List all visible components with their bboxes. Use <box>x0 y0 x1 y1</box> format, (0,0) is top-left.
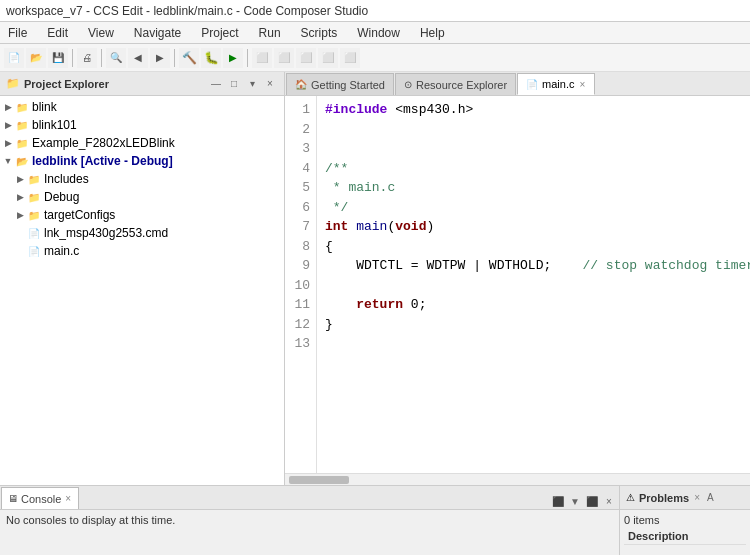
tree-item-debug[interactable]: ▶ 📁 Debug <box>0 188 284 206</box>
tree-item-targetconfigs[interactable]: ▶ 📁 targetConfigs <box>0 206 284 224</box>
arrow-ledblink: ▼ <box>2 156 14 166</box>
toolbar-extra5[interactable]: ⬜ <box>340 48 360 68</box>
console-actions: ⬛ ▼ ⬛ × <box>550 493 617 509</box>
toolbar-search[interactable]: 🔍 <box>106 48 126 68</box>
arrow-includes: ▶ <box>14 174 26 184</box>
console-close[interactable]: × <box>601 493 617 509</box>
menu-scripts[interactable]: Scripts <box>297 25 342 41</box>
editor-panel: 🏠 Getting Started ⊙ Resource Explorer 📄 … <box>285 72 750 485</box>
arrow-blink: ▶ <box>2 102 14 112</box>
toolbar-new[interactable]: 📄 <box>4 48 24 68</box>
problems-header: ⚠ Problems × A <box>620 486 750 510</box>
line-numbers: 1 2 3 4 5 6 7 8 9 10 11 12 13 <box>285 96 317 473</box>
project-explorer-panel: 📁 Project Explorer — □ ▾ × ▶ 📁 blink ▶ <box>0 72 285 485</box>
toolbar-debug[interactable]: 🐛 <box>201 48 221 68</box>
console-message: No consoles to display at this time. <box>0 510 619 555</box>
label-lnk: lnk_msp430g2553.cmd <box>44 226 168 240</box>
menu-project[interactable]: Project <box>197 25 242 41</box>
toolbar-extra3[interactable]: ⬜ <box>296 48 316 68</box>
problems-count-label: 0 items <box>624 512 746 528</box>
folder-icon-debug: 📁 <box>26 189 42 205</box>
project-explorer-icon: 📁 <box>6 77 20 90</box>
console-action-2[interactable]: ▼ <box>567 493 583 509</box>
project-explorer-label: Project Explorer <box>24 78 109 90</box>
window-title: workspace_v7 - CCS Edit - ledblink/main.… <box>6 4 368 18</box>
menu-navigate[interactable]: Navigate <box>130 25 185 41</box>
tree-item-lnk[interactable]: ▶ 📄 lnk_msp430g2553.cmd <box>0 224 284 242</box>
toolbar-open[interactable]: 📂 <box>26 48 46 68</box>
main-area: 📁 Project Explorer — □ ▾ × ▶ 📁 blink ▶ <box>0 72 750 485</box>
tab-icon-getting-started: 🏠 <box>295 79 307 90</box>
toolbar-build[interactable]: 🔨 <box>179 48 199 68</box>
toolbar-run[interactable]: ▶ <box>223 48 243 68</box>
folder-icon-targetconfigs: 📁 <box>26 207 42 223</box>
tree-item-includes[interactable]: ▶ 📁 Includes <box>0 170 284 188</box>
toolbar-extra4[interactable]: ⬜ <box>318 48 338 68</box>
tab-close-main-c[interactable]: × <box>579 79 587 90</box>
collapse-btn[interactable]: ▾ <box>244 76 260 92</box>
toolbar-extra1[interactable]: ⬜ <box>252 48 272 68</box>
bottom-area: 🖥 Console × ⬛ ▼ ⬛ × No consoles to displ… <box>0 485 750 555</box>
tree-item-blink101[interactable]: ▶ 📁 blink101 <box>0 116 284 134</box>
problems-col-description: Description <box>624 528 746 545</box>
problems-icon: ⚠ <box>626 492 635 503</box>
folder-icon-example: 📁 <box>14 135 30 151</box>
toolbar: 📄 📂 💾 🖨 🔍 ◀ ▶ 🔨 🐛 ▶ ⬜ ⬜ ⬜ ⬜ ⬜ <box>0 44 750 72</box>
folder-icon-ledblink: 📂 <box>14 153 30 169</box>
menu-file[interactable]: File <box>4 25 31 41</box>
menu-run[interactable]: Run <box>255 25 285 41</box>
panel-header-actions: — □ ▾ × <box>208 76 278 92</box>
menu-view[interactable]: View <box>84 25 118 41</box>
maximize-btn[interactable]: □ <box>226 76 242 92</box>
toolbar-sep-2 <box>101 49 102 67</box>
code-editor: 1 2 3 4 5 6 7 8 9 10 11 12 13 #include <… <box>285 96 750 473</box>
menu-window[interactable]: Window <box>353 25 404 41</box>
minimize-btn[interactable]: — <box>208 76 224 92</box>
close-explorer-btn[interactable]: × <box>262 76 278 92</box>
file-icon-mainc: 📄 <box>26 243 42 259</box>
toolbar-print[interactable]: 🖨 <box>77 48 97 68</box>
tab-main-c[interactable]: 📄 main.c × <box>517 73 595 95</box>
horizontal-scrollbar[interactable] <box>285 473 750 485</box>
toolbar-save[interactable]: 💾 <box>48 48 68 68</box>
console-tab-label: Console <box>21 493 61 505</box>
tree-item-blink[interactable]: ▶ 📁 blink <box>0 98 284 116</box>
file-icon-lnk: 📄 <box>26 225 42 241</box>
project-explorer-header: 📁 Project Explorer — □ ▾ × <box>0 72 284 96</box>
toolbar-forward[interactable]: ▶ <box>150 48 170 68</box>
menu-bar: File Edit View Navigate Project Run Scri… <box>0 22 750 44</box>
scroll-thumb[interactable] <box>289 476 349 484</box>
menu-help[interactable]: Help <box>416 25 449 41</box>
console-tab[interactable]: 🖥 Console × <box>1 487 79 509</box>
tab-getting-started[interactable]: 🏠 Getting Started <box>286 73 394 95</box>
tab-resource-explorer[interactable]: ⊙ Resource Explorer <box>395 73 516 95</box>
menu-edit[interactable]: Edit <box>43 25 72 41</box>
toolbar-back[interactable]: ◀ <box>128 48 148 68</box>
tab-label-resource-explorer: Resource Explorer <box>416 79 507 91</box>
problems-close-btn[interactable]: × <box>693 492 701 503</box>
title-bar: workspace_v7 - CCS Edit - ledblink/main.… <box>0 0 750 22</box>
label-example: Example_F2802xLEDBlink <box>32 136 175 150</box>
tree-item-mainc[interactable]: ▶ 📄 main.c <box>0 242 284 260</box>
folder-icon-includes: 📁 <box>26 171 42 187</box>
console-tab-close[interactable]: × <box>64 493 72 504</box>
problems-extra-tab[interactable]: A <box>707 492 714 503</box>
tree-item-example[interactable]: ▶ 📁 Example_F2802xLEDBlink <box>0 134 284 152</box>
toolbar-sep-4 <box>247 49 248 67</box>
label-debug: Debug <box>44 190 79 204</box>
problems-title-label: Problems <box>639 492 689 504</box>
tab-bar: 🏠 Getting Started ⊙ Resource Explorer 📄 … <box>285 72 750 96</box>
folder-icon-blink: 📁 <box>14 99 30 115</box>
toolbar-extra2[interactable]: ⬜ <box>274 48 294 68</box>
problems-body: 0 items Description <box>620 510 750 547</box>
tab-label-main-c: main.c <box>542 78 574 90</box>
project-tree: ▶ 📁 blink ▶ 📁 blink101 ▶ 📁 Example_F2802… <box>0 96 284 485</box>
console-action-1[interactable]: ⬛ <box>550 493 566 509</box>
tab-label-getting-started: Getting Started <box>311 79 385 91</box>
tree-item-ledblink[interactable]: ▼ 📂 ledblink [Active - Debug] <box>0 152 284 170</box>
console-clear[interactable]: ⬛ <box>584 493 600 509</box>
code-text[interactable]: #include <msp430.h> /** * main.c */ int … <box>317 96 750 473</box>
project-explorer-title: 📁 Project Explorer <box>6 77 109 90</box>
toolbar-sep-1 <box>72 49 73 67</box>
console-icon: 🖥 <box>8 493 18 504</box>
